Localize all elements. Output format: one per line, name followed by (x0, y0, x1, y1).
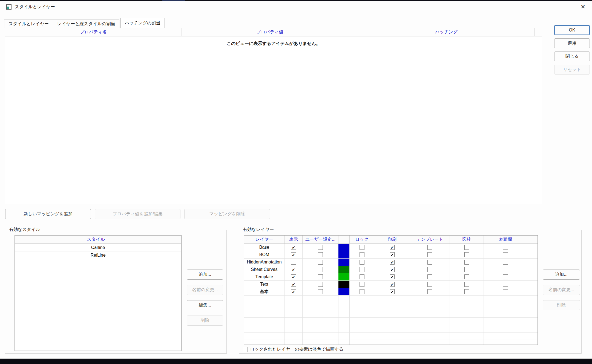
print-checkbox[interactable]: ✔ (390, 282, 395, 287)
frame-cell[interactable] (450, 251, 484, 259)
layer-color-swatch[interactable] (338, 251, 350, 259)
show-checkbox[interactable]: ✔ (291, 267, 296, 272)
show-cell[interactable]: ✔ (285, 273, 303, 281)
frame-checkbox[interactable] (464, 289, 469, 294)
layer-name[interactable]: HiddenAnnotation (244, 259, 285, 266)
show-cell[interactable] (285, 259, 303, 266)
frame-cell[interactable] (450, 273, 484, 281)
layer-name[interactable]: Template (244, 273, 285, 281)
title-block-cell[interactable] (484, 259, 527, 266)
template-cell[interactable] (410, 244, 450, 251)
template-cell[interactable] (410, 281, 450, 288)
column-header[interactable]: レイヤー (244, 236, 285, 243)
print-cell[interactable]: ✔ (374, 288, 410, 296)
column-header[interactable]: 表題欄 (484, 236, 527, 243)
add-style-button[interactable]: 追加... (187, 270, 223, 280)
print-cell[interactable]: ✔ (374, 244, 410, 251)
locked-layers-checkbox[interactable] (243, 347, 248, 352)
layer-color-swatch[interactable] (338, 288, 350, 296)
template-checkbox[interactable] (427, 282, 432, 287)
style-row[interactable]: RefLine (15, 251, 181, 259)
user-settings-cell[interactable] (303, 244, 338, 251)
column-header[interactable]: ユーザー設定... (303, 236, 338, 243)
user-settings-checkbox[interactable] (318, 289, 323, 294)
show-checkbox[interactable]: ✔ (291, 282, 296, 287)
title-block-cell[interactable] (484, 281, 527, 288)
add-layer-button[interactable]: 追加... (543, 270, 580, 280)
frame-checkbox[interactable] (464, 252, 469, 257)
show-cell[interactable]: ✔ (285, 288, 303, 296)
layer-row[interactable]: Text✔✔ (244, 281, 538, 288)
layer-row[interactable]: 基本✔✔ (244, 288, 538, 296)
apply-button[interactable]: 適用 (554, 38, 590, 48)
layer-color-swatch[interactable] (338, 266, 350, 273)
template-checkbox[interactable] (427, 252, 432, 257)
tab[interactable]: レイヤーと線スタイルの割当 (53, 19, 119, 28)
close-icon[interactable]: ✕ (574, 1, 592, 13)
column-header[interactable]: 図枠 (450, 236, 484, 243)
template-checkbox[interactable] (427, 245, 432, 250)
layer-row[interactable]: Template✔✔ (244, 273, 538, 281)
lock-checkbox[interactable] (360, 260, 364, 265)
lock-cell[interactable] (350, 288, 374, 296)
layer-color-swatch[interactable] (338, 244, 350, 251)
show-checkbox[interactable] (291, 260, 296, 265)
print-checkbox[interactable]: ✔ (390, 274, 395, 279)
template-cell[interactable] (410, 251, 450, 259)
title-block-cell[interactable] (484, 288, 527, 296)
layer-name[interactable]: Base (244, 244, 285, 251)
tab[interactable]: ハッチングの割当 (120, 18, 165, 28)
template-cell[interactable] (410, 288, 450, 296)
user-settings-cell[interactable] (303, 281, 338, 288)
tab[interactable]: スタイルとレイヤー (4, 19, 53, 28)
title-block-cell[interactable] (484, 244, 527, 251)
hatching-mapping-table[interactable]: プロパティ名プロパティ値ハッチング このビューに表示するアイテムがありません。 (5, 28, 542, 204)
layer-row[interactable]: BOM✔✔ (244, 251, 538, 259)
frame-checkbox[interactable] (464, 245, 469, 250)
frame-checkbox[interactable] (464, 282, 469, 287)
user-settings-checkbox[interactable] (318, 274, 323, 279)
template-checkbox[interactable] (427, 289, 432, 294)
title-block-cell[interactable] (484, 251, 527, 259)
lock-cell[interactable] (350, 273, 374, 281)
layer-name[interactable]: BOM (244, 251, 285, 259)
column-header[interactable]: ロック (350, 236, 374, 243)
column-header[interactable]: 表示 (285, 236, 303, 243)
print-cell[interactable]: ✔ (374, 251, 410, 259)
lock-checkbox[interactable] (360, 282, 364, 287)
user-settings-cell[interactable] (303, 251, 338, 259)
template-cell[interactable] (410, 266, 450, 273)
styles-table[interactable]: スタイル CarlineRefLine (15, 235, 182, 351)
title-block-checkbox[interactable] (503, 252, 508, 257)
title-block-checkbox[interactable] (503, 274, 508, 279)
frame-checkbox[interactable] (464, 274, 469, 279)
template-checkbox[interactable] (427, 274, 432, 279)
layer-row[interactable]: Base✔✔ (244, 244, 538, 251)
frame-cell[interactable] (450, 288, 484, 296)
user-settings-checkbox[interactable] (318, 245, 323, 250)
user-settings-checkbox[interactable] (318, 282, 323, 287)
close-button[interactable]: 閉じる (554, 51, 590, 61)
title-block-checkbox[interactable] (503, 245, 508, 250)
title-block-checkbox[interactable] (503, 267, 508, 272)
taskbar[interactable] (0, 359, 592, 364)
print-cell[interactable]: ✔ (374, 273, 410, 281)
title-block-cell[interactable] (484, 266, 527, 273)
show-checkbox[interactable]: ✔ (291, 245, 296, 250)
show-cell[interactable]: ✔ (285, 266, 303, 273)
column-header[interactable]: プロパティ名 (5, 28, 182, 36)
title-block-checkbox[interactable] (503, 260, 508, 265)
template-checkbox[interactable] (427, 260, 432, 265)
frame-cell[interactable] (450, 259, 484, 266)
title-bar[interactable]: スタイルとレイヤー ✕ (0, 1, 592, 13)
lock-cell[interactable] (350, 251, 374, 259)
title-block-checkbox[interactable] (503, 282, 508, 287)
layer-name[interactable]: Text (244, 281, 285, 288)
lock-checkbox[interactable] (360, 274, 364, 279)
user-settings-cell[interactable] (303, 273, 338, 281)
layer-name[interactable]: Sheet Curves (244, 266, 285, 273)
show-cell[interactable]: ✔ (285, 281, 303, 288)
print-checkbox[interactable]: ✔ (390, 245, 395, 250)
lock-checkbox[interactable] (360, 245, 364, 250)
show-cell[interactable]: ✔ (285, 244, 303, 251)
